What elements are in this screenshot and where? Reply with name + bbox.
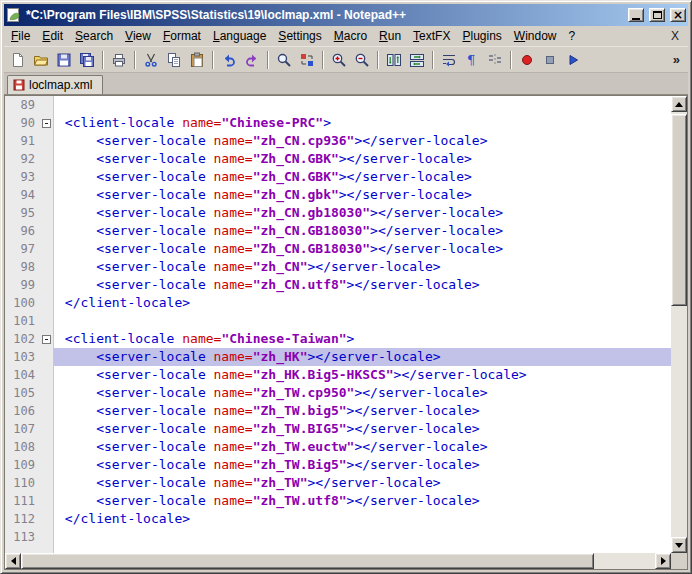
line-number[interactable]: 107 (5, 420, 39, 438)
menu-item-view[interactable]: View (119, 26, 157, 46)
menu-item-help[interactable]: ? (563, 26, 582, 46)
menu-item-window[interactable]: Window (508, 26, 563, 46)
scroll-down-button[interactable] (671, 537, 687, 553)
line-number[interactable]: 99 (5, 276, 39, 294)
toolbar-button-macro-play[interactable] (562, 49, 584, 71)
menu-item-run[interactable]: Run (373, 26, 407, 46)
line-number[interactable]: 113 (5, 528, 39, 546)
close-button[interactable]: × (670, 8, 686, 22)
toolbar-button-redo[interactable] (241, 49, 263, 71)
editor-line-110[interactable]: 110 <server-locale name="zh_TW"></server… (5, 474, 671, 492)
editor-line-95[interactable]: 95 <server-locale name="zh_CN.gb18030"><… (5, 204, 671, 222)
editor-line-107[interactable]: 107 <server-locale name="zh_TW.BIG5"></s… (5, 420, 671, 438)
toolbar-button-sync-scroll-vertical[interactable] (383, 49, 405, 71)
editor-line-93[interactable]: 93 <server-locale name="zh_CN.GBK"></ser… (5, 168, 671, 186)
line-number[interactable]: 91 (5, 132, 39, 150)
line-number[interactable]: 101 (5, 312, 39, 330)
menu-item-macro[interactable]: Macro (328, 26, 373, 46)
vertical-scroll-thumb[interactable] (671, 114, 687, 306)
line-number[interactable]: 92 (5, 150, 39, 168)
editor-line-111[interactable]: 111 <server-locale name="zh_TW.utf8"></s… (5, 492, 671, 510)
line-number[interactable]: 108 (5, 438, 39, 456)
editor-line-91[interactable]: 91 <server-locale name="zh_CN.cp936"></s… (5, 132, 671, 150)
line-number[interactable]: 96 (5, 222, 39, 240)
toolbar-button-cut[interactable] (140, 49, 162, 71)
line-number[interactable]: 103 (5, 348, 39, 366)
toolbar-button-show-all-chars[interactable]: ¶ (461, 49, 483, 71)
line-number[interactable]: 102 (5, 330, 39, 348)
menu-item-format[interactable]: Format (157, 26, 207, 46)
toolbar-button-print[interactable] (108, 49, 130, 71)
editor-line-105[interactable]: 105 <server-locale name="zh_TW.cp950"></… (5, 384, 671, 402)
toolbar-button-zoom-out[interactable] (351, 49, 373, 71)
editor-line-108[interactable]: 108 <server-locale name="zh_TW.euctw"></… (5, 438, 671, 456)
scroll-up-button[interactable] (671, 96, 687, 112)
menu-item-textfx[interactable]: TextFX (407, 26, 456, 46)
menu-item-file[interactable]: File (5, 26, 36, 46)
editor-line-99[interactable]: 99 <server-locale name="zh_CN.utf8"></se… (5, 276, 671, 294)
editor-line-101[interactable]: 101 (5, 312, 671, 330)
editor-line-94[interactable]: 94 <server-locale name="zh_CN.gbk"></ser… (5, 186, 671, 204)
editor-line-90[interactable]: 90 <client-locale name="Chinese-PRC"> (5, 114, 671, 132)
menu-item-settings[interactable]: Settings (272, 26, 327, 46)
scroll-left-button[interactable] (5, 553, 21, 569)
editor-line-104[interactable]: 104 <server-locale name="zh_HK.Big5-HKSC… (5, 366, 671, 384)
line-number[interactable]: 106 (5, 402, 39, 420)
line-number[interactable]: 93 (5, 168, 39, 186)
line-number[interactable]: 89 (5, 96, 39, 114)
horizontal-scrollbar[interactable] (5, 553, 671, 569)
menubar-close-button[interactable]: X (662, 29, 688, 43)
fold-collapse-marker[interactable] (42, 119, 51, 128)
maximize-button[interactable] (649, 8, 665, 22)
toolbar-button-indent-guide[interactable] (484, 49, 506, 71)
editor-line-98[interactable]: 98 <server-locale name="zh_CN"></server-… (5, 258, 671, 276)
editor-line-109[interactable]: 109 <server-locale name="zh_TW.Big5"></s… (5, 456, 671, 474)
toolbar-button-zoom-in[interactable] (328, 49, 350, 71)
horizontal-scroll-thumb[interactable] (21, 553, 594, 569)
menu-item-search[interactable]: Search (69, 26, 119, 46)
toolbar-button-copy[interactable] (163, 49, 185, 71)
line-number[interactable]: 100 (5, 294, 39, 312)
menu-item-plugins[interactable]: Plugins (456, 26, 507, 46)
editor-line-96[interactable]: 96 <server-locale name="zh_CN.GB18030"><… (5, 222, 671, 240)
line-number[interactable]: 109 (5, 456, 39, 474)
toolbar-button-replace[interactable] (296, 49, 318, 71)
toolbar-button-paste[interactable] (186, 49, 208, 71)
toolbar-button-save-all[interactable] (76, 49, 98, 71)
toolbar-button-save[interactable] (53, 49, 75, 71)
line-number[interactable]: 110 (5, 474, 39, 492)
tab-loclmap-xml[interactable]: loclmap.xml (7, 75, 103, 94)
editor-line-102[interactable]: 102 <client-locale name="Chinese-Taiwan"… (5, 330, 671, 348)
toolbar-overflow-button[interactable]: » (668, 52, 685, 67)
vertical-scrollbar[interactable] (671, 96, 687, 553)
editor-line-97[interactable]: 97 <server-locale name="Zh_CN.GB18030"><… (5, 240, 671, 258)
menu-item-edit[interactable]: Edit (36, 26, 69, 46)
line-number[interactable]: 104 (5, 366, 39, 384)
toolbar-button-macro-stop[interactable] (539, 49, 561, 71)
line-number[interactable]: 97 (5, 240, 39, 258)
editor-line-113[interactable]: 113 (5, 528, 671, 546)
editor-line-103[interactable]: 103 <server-locale name="zh_HK"></server… (5, 348, 671, 366)
editor-line-89[interactable]: 89 (5, 96, 671, 114)
toolbar-button-undo[interactable] (218, 49, 240, 71)
toolbar-button-new-file[interactable] (7, 49, 29, 71)
editor-line-106[interactable]: 106 <server-locale name="Zh_TW.big5"></s… (5, 402, 671, 420)
minimize-button[interactable] (628, 8, 644, 22)
line-number[interactable]: 112 (5, 510, 39, 528)
toolbar-button-sync-scroll-horizontal[interactable] (406, 49, 428, 71)
line-number[interactable]: 90 (5, 114, 39, 132)
editor-lines[interactable]: 8990 <client-locale name="Chinese-PRC">9… (5, 96, 671, 553)
editor-line-100[interactable]: 100 </client-locale> (5, 294, 671, 312)
menu-item-language[interactable]: Language (207, 26, 272, 46)
fold-collapse-marker[interactable] (42, 335, 51, 344)
toolbar-button-find[interactable] (273, 49, 295, 71)
scroll-right-button[interactable] (655, 553, 671, 569)
line-number[interactable]: 105 (5, 384, 39, 402)
line-number[interactable]: 111 (5, 492, 39, 510)
line-number[interactable]: 98 (5, 258, 39, 276)
editor-line-112[interactable]: 112 </client-locale> (5, 510, 671, 528)
line-number[interactable]: 94 (5, 186, 39, 204)
editor-line-92[interactable]: 92 <server-locale name="Zh_CN.GBK"></ser… (5, 150, 671, 168)
toolbar-button-word-wrap[interactable] (438, 49, 460, 71)
toolbar-button-macro-record[interactable] (516, 49, 538, 71)
